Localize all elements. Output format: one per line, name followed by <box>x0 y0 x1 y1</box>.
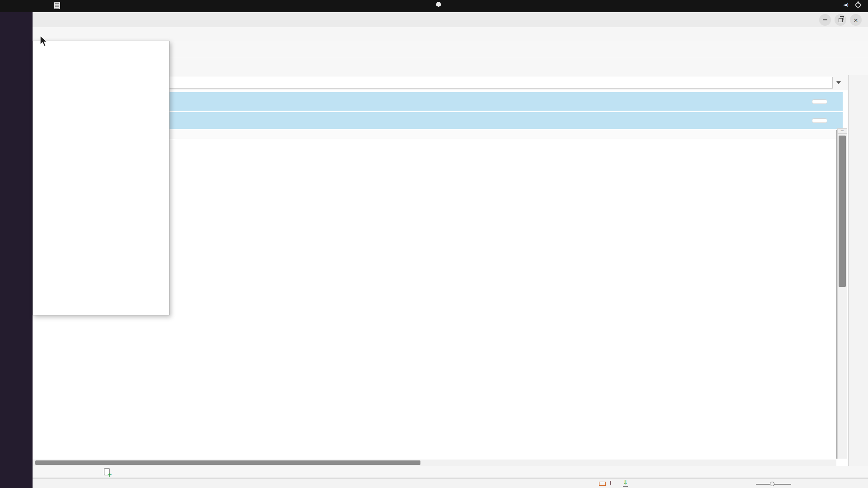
status-bar: I ⇓ <box>33 478 868 488</box>
close-button[interactable]: × <box>850 14 862 26</box>
menu-items <box>33 27 868 41</box>
get-involved-button[interactable] <box>812 99 827 104</box>
menu-bar <box>33 27 868 41</box>
minimize-button[interactable] <box>819 14 831 26</box>
vertical-scrollbar-thumb[interactable] <box>839 136 846 287</box>
desktop: ◄) × − <box>0 0 868 488</box>
app-window-icon <box>54 2 60 9</box>
insert-mode-icon[interactable] <box>599 482 606 486</box>
add-sheet-icon[interactable] <box>104 468 110 475</box>
insert-mode-label: I <box>609 480 612 487</box>
dock <box>0 12 33 488</box>
power-icon <box>855 2 861 8</box>
grid-edge <box>836 130 837 459</box>
expand-formula-bar-icon[interactable] <box>836 81 841 84</box>
split-window-handle[interactable]: − <box>837 128 847 134</box>
file-menu-dropdown <box>33 41 170 315</box>
mouse-cursor <box>40 35 50 47</box>
gnome-top-bar: ◄) <box>0 0 868 12</box>
horizontal-scrollbar-thumb[interactable] <box>35 460 420 465</box>
window-title-bar: × <box>33 12 868 27</box>
minimize-icon <box>823 19 827 20</box>
clock-menu[interactable] <box>432 2 441 6</box>
sidebar <box>848 75 868 478</box>
focused-app-indicator[interactable] <box>54 2 63 9</box>
sheet-tab-bar <box>33 466 868 478</box>
system-status-area[interactable]: ◄) <box>843 2 861 8</box>
zoom-slider-knob[interactable] <box>770 482 774 486</box>
volume-icon: ◄) <box>843 2 848 8</box>
maximize-icon <box>839 18 843 22</box>
notification-bell-icon <box>436 2 441 6</box>
maximize-button[interactable] <box>835 14 846 26</box>
document-modified-icon[interactable]: ⇓ <box>623 479 628 487</box>
window-controls: × <box>819 14 862 26</box>
donate-button[interactable] <box>812 118 827 123</box>
